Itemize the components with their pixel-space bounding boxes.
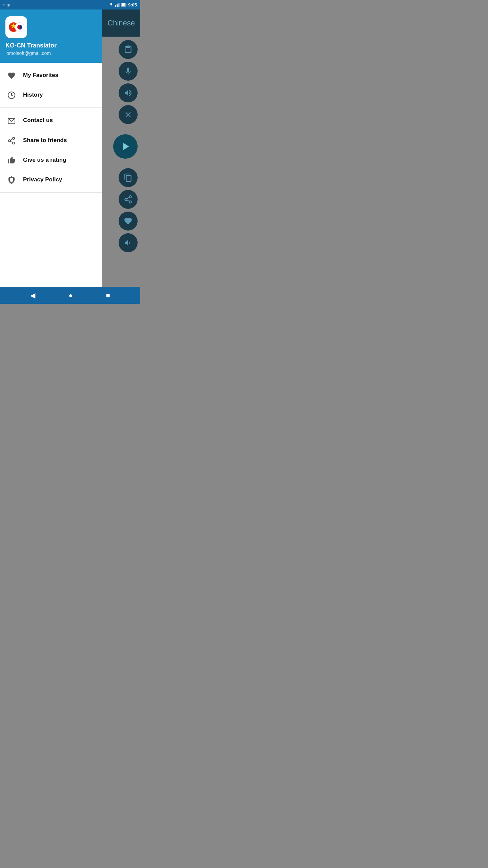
menu-section-2: Contact us Share to friends — [0, 108, 102, 193]
recent-button[interactable]: ■ — [103, 289, 113, 302]
thumbsup-icon — [7, 156, 16, 164]
svg-text:⚡: ⚡ — [123, 4, 126, 6]
svg-point-22 — [129, 201, 131, 203]
copy-button[interactable] — [119, 168, 138, 187]
drawer-header: KO-CN Translator lomolsoft@gmail.com — [0, 9, 102, 63]
clipboard-button[interactable] — [119, 40, 138, 59]
svg-line-18 — [11, 141, 13, 142]
sd-card-icon: ▪ — [3, 3, 5, 7]
play-button[interactable] — [113, 134, 138, 159]
drawer-menu: My Favorites History — [0, 63, 102, 287]
volume-button[interactable] — [119, 83, 138, 102]
status-bar: ▪ ◎ ⚡ 9:05 — [0, 0, 140, 9]
svg-point-17 — [13, 142, 15, 144]
sidebar-item-share[interactable]: Share to friends — [0, 131, 102, 150]
svg-point-21 — [125, 198, 127, 201]
circle-status-icon: ◎ — [7, 3, 10, 7]
svg-point-16 — [8, 140, 11, 142]
mic-button[interactable] — [119, 62, 138, 81]
clock-icon — [7, 91, 16, 99]
drawer: KO-CN Translator lomolsoft@gmail.com My … — [0, 9, 102, 287]
language-label: Chinese — [107, 19, 135, 27]
privacy-label: Privacy Policy — [23, 176, 62, 183]
sidebar-item-rating[interactable]: Give us a rating — [0, 150, 102, 170]
svg-rect-2 — [118, 3, 119, 7]
main-container: KO-CN Translator lomolsoft@gmail.com My … — [0, 9, 140, 287]
back-button[interactable]: ◀ — [27, 289, 38, 302]
app-email: lomolsoft@gmail.com — [5, 51, 97, 56]
volume2-button[interactable] — [119, 233, 138, 252]
svg-line-23 — [127, 200, 129, 201]
app-name: KO-CN Translator — [5, 42, 97, 49]
contact-label: Contact us — [23, 117, 53, 124]
sidebar-item-contact[interactable]: Contact us — [0, 111, 102, 130]
close-button[interactable] — [119, 105, 138, 124]
app-panel: Chinese — [102, 9, 140, 287]
share-label: Share to friends — [23, 137, 67, 144]
svg-point-20 — [129, 196, 131, 198]
sidebar-item-privacy[interactable]: Privacy Policy — [0, 170, 102, 190]
svg-point-15 — [13, 137, 15, 139]
home-button[interactable]: ● — [66, 289, 75, 302]
sidebar-item-favorites[interactable]: My Favorites — [0, 65, 102, 85]
sidebar-item-history[interactable]: History — [0, 85, 102, 105]
app-panel-header: Chinese — [102, 9, 140, 37]
svg-line-24 — [127, 197, 129, 199]
battery-icon: ⚡ — [121, 3, 127, 7]
svg-rect-5 — [126, 4, 126, 6]
heart-icon — [7, 71, 16, 80]
svg-rect-3 — [119, 3, 120, 7]
share-icon — [7, 136, 16, 145]
app-icon — [5, 16, 27, 38]
svg-rect-1 — [117, 4, 118, 7]
wifi-icon — [108, 3, 114, 7]
svg-line-19 — [11, 139, 13, 140]
status-bar-left: ▪ ◎ — [3, 3, 10, 7]
app-panel-body — [102, 37, 140, 287]
status-bar-right: ⚡ 9:05 — [108, 2, 137, 7]
favorites-label: My Favorites — [23, 72, 58, 79]
share2-button[interactable] — [119, 190, 138, 209]
svg-rect-0 — [115, 5, 116, 7]
history-label: History — [23, 92, 43, 98]
signal-icon — [115, 3, 120, 7]
menu-section-1: My Favorites History — [0, 63, 102, 108]
mail-icon — [7, 116, 16, 125]
status-time: 9:05 — [128, 2, 137, 7]
shield-icon — [7, 175, 16, 184]
rating-label: Give us a rating — [23, 157, 66, 163]
bottom-nav: ◀ ● ■ — [0, 287, 140, 304]
heart2-button[interactable] — [119, 212, 138, 231]
